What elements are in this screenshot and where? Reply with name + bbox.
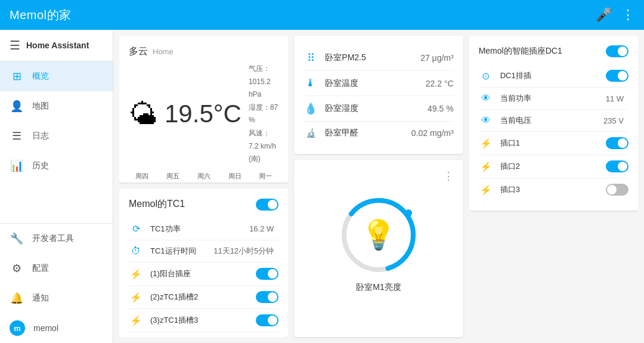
tc1-plug3-label: (3)zTC1插槽3: [150, 315, 256, 326]
weather-humidity: 湿度：87 %: [249, 101, 278, 127]
port3-label: 插口3: [500, 184, 606, 195]
weather-icon: 🌤: [129, 98, 157, 131]
tc1-row-4: ⚡ (4)电视机顶盒: [129, 332, 278, 337]
sidebar-label-devtools: 开发者工具: [32, 233, 74, 244]
sidebar-label-map: 地图: [32, 101, 49, 112]
forecast-fri: 周五 下午12时 🌤 25.7 °C: [160, 172, 186, 183]
sensor-card: ⠿ 卧室PM2.5 27 μg/m³ 🌡 卧室温度 22.2 °C 💧 卧室湿度…: [294, 36, 463, 154]
tc1-plug2-toggle[interactable]: [256, 291, 278, 303]
sidebar-item-devtools[interactable]: 🔧 开发者工具: [0, 224, 113, 254]
sensor-pm25: ⠿ 卧室PM2.5 27 μg/m³: [304, 45, 453, 71]
tc1-power-label: TC1功率: [150, 224, 249, 234]
temp-icon: 🌡: [304, 77, 318, 89]
app-header: Memol的家 🎤 ⋮: [0, 0, 644, 30]
log-icon: ☰: [10, 129, 24, 143]
forecast-thu: 周四 下午12时 🌤 24.2 °C: [129, 172, 155, 183]
tc1-plug3-toggle[interactable]: [256, 314, 278, 326]
current-voltage-value: 235 V: [603, 116, 624, 125]
dc1-row: ⊙ DC1排插: [479, 64, 628, 88]
tc1-plug1-icon: ⚡: [129, 268, 143, 280]
app-title: Home Assistant: [26, 41, 89, 50]
tc1-row-power: ⟳ TC1功率 16.2 W: [129, 218, 278, 240]
tc1-card: Memol的TC1 ⟳ TC1功率 16.2 W ⏱ TC1运行时间 11天12…: [119, 189, 288, 337]
sidebar-item-notification[interactable]: 🔔 通知: [0, 283, 113, 313]
light-menu-icon[interactable]: ⋮: [443, 169, 454, 183]
sidebar-header: ☰ Home Assistant: [0, 30, 113, 61]
dc1-label: DC1排插: [500, 70, 606, 81]
weather-pressure: 气压：1015.2 hPa: [249, 63, 278, 101]
temp-value: 22.2 °C: [426, 79, 454, 88]
sidebar-label-user: memol: [33, 323, 58, 333]
config-icon: ⚙: [10, 262, 24, 275]
current-power-label: 当前功率: [500, 93, 606, 104]
sidebar-item-overview[interactable]: ⊞ 概览: [0, 61, 113, 91]
humidity-value: 49.5 %: [428, 104, 454, 113]
tc1-title: Memol的TC1: [129, 198, 185, 211]
pm25-label: 卧室PM2.5: [325, 52, 420, 63]
port3-row: ⚡ 插口3: [479, 178, 628, 201]
sensor-rows: ⠿ 卧室PM2.5 27 μg/m³ 🌡 卧室温度 22.2 °C 💧 卧室湿度…: [304, 45, 453, 144]
tc1-runtime-value: 11天12小时5分钟: [213, 246, 274, 257]
sensor-formaldehyde: 🔬 卧室甲醛 0.02 mg/m³: [304, 122, 453, 144]
current-power-value: 11 W: [606, 94, 624, 103]
sidebar-item-map[interactable]: 👤 地图: [0, 91, 113, 121]
port3-toggle[interactable]: [606, 184, 628, 196]
sensor-temp: 🌡 卧室温度 22.2 °C: [304, 71, 453, 96]
humidity-label: 卧室湿度: [325, 103, 428, 114]
history-icon: 📊: [10, 159, 24, 172]
notification-icon: 🔔: [10, 292, 24, 305]
smart-plug-title: Memol的智能插座DC1: [479, 46, 562, 57]
formaldehyde-label: 卧室甲醛: [325, 128, 411, 138]
forecast-sun: 周日 下午12时 🌤 27.1 °C: [222, 172, 248, 183]
formaldehyde-icon: 🔬: [304, 128, 318, 138]
dc1-icon: ⊙: [479, 70, 493, 82]
tc1-toggle[interactable]: [256, 199, 278, 211]
tc1-row-3: ⚡ (3)zTC1插槽3: [129, 309, 278, 332]
current-power-row: 👁 当前功率 11 W: [479, 88, 628, 110]
port2-toggle[interactable]: [606, 160, 628, 172]
hamburger-icon[interactable]: ☰: [10, 38, 20, 52]
light-label: 卧室M1亮度: [356, 282, 401, 293]
tc1-plug2-label: (2)zTC1插槽2: [150, 292, 256, 302]
light-bulb-icon: 💡: [361, 218, 397, 252]
sidebar-item-user[interactable]: m memol: [0, 313, 113, 343]
sidebar-item-log[interactable]: ☰ 日志: [0, 121, 113, 151]
humidity-icon: 💧: [304, 102, 318, 115]
sidebar-item-config[interactable]: ⚙ 配置: [0, 254, 113, 283]
current-voltage-label: 当前电压: [500, 115, 603, 126]
sidebar-label-history: 历史: [32, 160, 49, 171]
weather-wind: 风速：7.2 km/h (南): [249, 127, 278, 166]
temp-label: 卧室温度: [325, 78, 425, 89]
sidebar-bottom: 🔧 开发者工具 ⚙ 配置 🔔 通知 m memol: [0, 223, 113, 343]
tc1-plug3-icon: ⚡: [129, 315, 143, 326]
tc1-power-icon: ⟳: [129, 223, 143, 234]
sidebar-label-overview: 概览: [32, 71, 49, 82]
right-column: Memol的智能插座DC1 ⊙ DC1排插 👁 当前功率 11 W: [469, 36, 638, 337]
tc1-rows: ⟳ TC1功率 16.2 W ⏱ TC1运行时间 11天12小时5分钟 ⚡ (1…: [129, 218, 278, 337]
smart-plug-toggle[interactable]: [606, 45, 628, 57]
weather-temperature: 19.5°C: [165, 100, 242, 128]
weather-location: Home: [153, 47, 174, 56]
port1-toggle[interactable]: [606, 137, 628, 149]
tc1-plug1-toggle[interactable]: [256, 268, 278, 280]
sidebar: ☰ Home Assistant ⊞ 概览 👤 地图 ☰ 日志 📊 历史: [0, 30, 113, 343]
left-column: 多云 Home 🌤 19.5°C 气压：1015.2 hPa 湿度：87 % 风…: [119, 36, 288, 337]
light-display: 💡 卧室M1亮度: [304, 185, 453, 304]
main-layout: ☰ Home Assistant ⊞ 概览 👤 地图 ☰ 日志 📊 历史: [0, 30, 644, 343]
current-voltage-row: 👁 当前电压 235 V: [479, 110, 628, 132]
more-icon[interactable]: ⋮: [621, 7, 634, 23]
dc1-toggle[interactable]: [606, 70, 628, 82]
tc1-runtime-label: TC1运行时间: [150, 246, 213, 257]
map-icon: 👤: [10, 100, 24, 113]
mid-column: ⠿ 卧室PM2.5 27 μg/m³ 🌡 卧室温度 22.2 °C 💧 卧室湿度…: [294, 36, 463, 337]
port3-icon: ⚡: [479, 184, 493, 196]
port2-icon: ⚡: [479, 161, 493, 172]
forecast-mon: 周一 下午12时 🌤 28 °C: [252, 172, 278, 183]
sidebar-label-notification: 通知: [32, 293, 49, 304]
mic-icon[interactable]: 🎤: [596, 7, 612, 23]
sidebar-label-log: 日志: [32, 131, 49, 141]
devtools-icon: 🔧: [10, 232, 24, 245]
pm25-value: 27 μg/m³: [420, 53, 454, 63]
sidebar-item-history[interactable]: 📊 历史: [0, 151, 113, 181]
tc1-plug1-label: (1)阳台插座: [150, 268, 256, 279]
